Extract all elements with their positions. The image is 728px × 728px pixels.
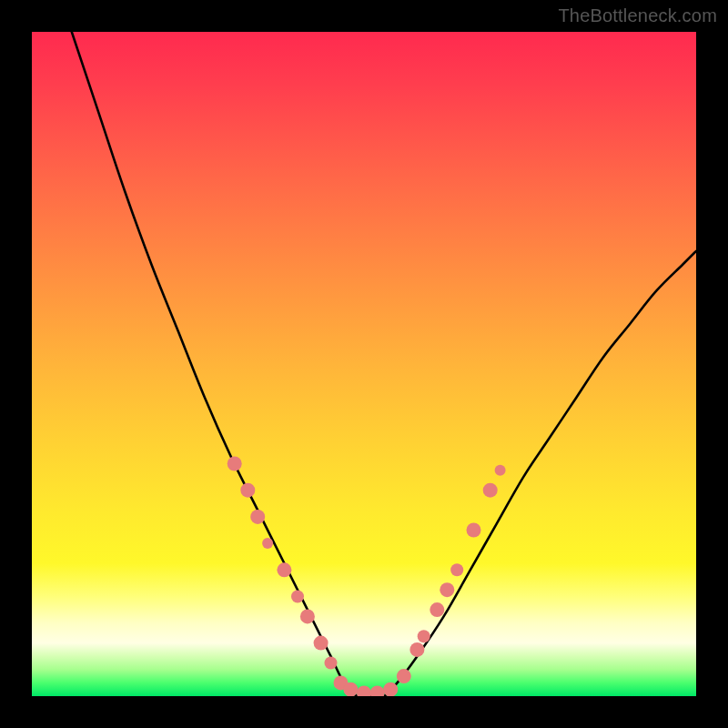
highlighted-points [228,457,506,697]
marker-dot [240,483,255,498]
chart-frame: TheBottleneck.com [0,0,728,728]
marker-dot [250,510,265,524]
marker-dot [450,563,463,576]
marker-dot [370,685,385,696]
bottleneck-curve [72,32,696,696]
marker-dot [314,636,329,651]
marker-dot [467,523,481,538]
marker-dot [397,669,411,683]
attribution-label: TheBottleneck.com [558,5,717,26]
curve-layer [72,32,696,696]
marker-dot [430,602,444,617]
chart-svg [32,32,696,696]
marker-dot [357,685,371,696]
marker-dot [228,457,242,471]
marker-dot [325,657,338,670]
marker-dot [262,538,273,549]
marker-dot [343,682,358,696]
marker-dot [383,682,398,696]
marker-dot [483,483,498,498]
marker-dot [410,642,424,657]
marker-dot [300,609,315,623]
marker-dot [418,630,430,642]
plot-area [32,32,696,696]
marker-dot [440,582,454,597]
marker-dot [495,465,506,476]
marker-dot [277,562,291,577]
marker-dot [291,591,304,603]
